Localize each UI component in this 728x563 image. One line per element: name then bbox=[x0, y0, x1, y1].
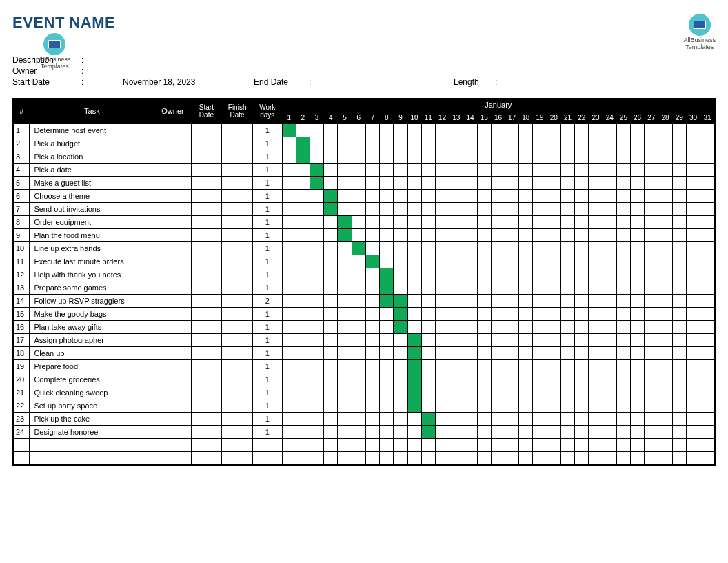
cell-num[interactable]: 1 bbox=[14, 124, 30, 137]
table-row[interactable]: 21Quick cleaning sweep1 bbox=[14, 386, 715, 399]
gantt-cell[interactable] bbox=[380, 124, 394, 137]
gantt-cell[interactable] bbox=[672, 425, 686, 438]
gantt-cell[interactable] bbox=[352, 137, 365, 150]
gantt-cell[interactable] bbox=[352, 281, 365, 294]
gantt-cell[interactable] bbox=[477, 215, 491, 228]
cell-task[interactable]: Plan take away gifts bbox=[30, 320, 154, 333]
gantt-cell[interactable] bbox=[435, 451, 449, 464]
gantt-cell[interactable] bbox=[477, 281, 491, 294]
gantt-cell[interactable] bbox=[645, 255, 658, 268]
gantt-cell[interactable] bbox=[477, 425, 491, 438]
gantt-cell[interactable] bbox=[547, 150, 560, 163]
gantt-cell[interactable] bbox=[547, 294, 560, 307]
gantt-cell[interactable] bbox=[352, 333, 365, 346]
gantt-cell[interactable] bbox=[380, 202, 394, 215]
gantt-cell[interactable] bbox=[380, 451, 394, 464]
gantt-cell[interactable] bbox=[603, 399, 616, 412]
gantt-cell[interactable] bbox=[575, 163, 589, 176]
gantt-cell[interactable] bbox=[421, 294, 435, 307]
gantt-cell[interactable] bbox=[296, 268, 310, 281]
gantt-cell[interactable] bbox=[463, 202, 477, 215]
gantt-cell[interactable] bbox=[658, 294, 672, 307]
gantt-cell[interactable] bbox=[505, 255, 519, 268]
gantt-cell[interactable] bbox=[449, 412, 463, 425]
gantt-cell[interactable] bbox=[547, 333, 560, 346]
gantt-cell[interactable] bbox=[505, 163, 519, 176]
gantt-cell[interactable] bbox=[560, 359, 574, 373]
gantt-cell[interactable] bbox=[338, 163, 352, 176]
gantt-cell[interactable] bbox=[394, 333, 407, 346]
gantt-cell[interactable] bbox=[616, 137, 630, 150]
cell-finish[interactable] bbox=[222, 399, 253, 412]
gantt-cell[interactable] bbox=[575, 359, 589, 373]
gantt-cell[interactable] bbox=[449, 307, 463, 320]
gantt-cell[interactable] bbox=[407, 163, 421, 176]
table-row[interactable]: 7Send out invitations1 bbox=[14, 202, 715, 215]
cell-task[interactable]: Quick cleaning sweep bbox=[30, 386, 154, 399]
gantt-cell[interactable] bbox=[310, 202, 323, 215]
gantt-cell[interactable] bbox=[560, 189, 574, 202]
gantt-cell[interactable] bbox=[533, 373, 547, 386]
gantt-cell[interactable] bbox=[421, 150, 435, 163]
gantt-cell[interactable] bbox=[658, 346, 672, 359]
gantt-cell[interactable] bbox=[616, 425, 630, 438]
cell-start[interactable] bbox=[191, 124, 222, 137]
gantt-cell[interactable] bbox=[380, 176, 394, 189]
gantt-cell[interactable] bbox=[338, 346, 352, 359]
gantt-cell[interactable] bbox=[519, 438, 533, 451]
gantt-cell[interactable] bbox=[365, 281, 379, 294]
gantt-cell[interactable] bbox=[449, 451, 463, 464]
gantt-cell[interactable] bbox=[324, 163, 338, 176]
gantt-cell[interactable] bbox=[560, 255, 574, 268]
gantt-cell[interactable] bbox=[477, 255, 491, 268]
gantt-cell[interactable] bbox=[686, 281, 700, 294]
gantt-cell[interactable] bbox=[491, 137, 505, 150]
gantt-cell[interactable] bbox=[519, 137, 533, 150]
gantt-cell[interactable] bbox=[631, 124, 645, 137]
gantt-cell[interactable] bbox=[686, 189, 700, 202]
gantt-cell[interactable] bbox=[533, 333, 547, 346]
gantt-cell[interactable] bbox=[477, 150, 491, 163]
gantt-cell[interactable] bbox=[421, 124, 435, 137]
gantt-cell[interactable] bbox=[310, 241, 323, 255]
gantt-cell[interactable] bbox=[589, 359, 603, 373]
gantt-cell[interactable] bbox=[700, 320, 715, 333]
cell-owner[interactable] bbox=[154, 281, 191, 294]
table-row[interactable]: 11Execute last minute orders1 bbox=[14, 255, 715, 268]
gantt-cell[interactable] bbox=[533, 202, 547, 215]
gantt-cell[interactable] bbox=[421, 255, 435, 268]
gantt-cell[interactable] bbox=[589, 294, 603, 307]
gantt-cell[interactable] bbox=[547, 255, 560, 268]
gantt-cell[interactable] bbox=[310, 386, 323, 399]
gantt-cell[interactable] bbox=[700, 163, 715, 176]
cell-finish[interactable] bbox=[222, 386, 253, 399]
gantt-cell[interactable] bbox=[603, 163, 616, 176]
cell-task[interactable]: Prepare some games bbox=[30, 281, 154, 294]
gantt-cell[interactable] bbox=[407, 228, 421, 241]
gantt-cell[interactable] bbox=[477, 412, 491, 425]
gantt-cell[interactable] bbox=[352, 451, 365, 464]
gantt-cell[interactable] bbox=[394, 425, 407, 438]
gantt-cell[interactable] bbox=[519, 241, 533, 255]
gantt-cell[interactable] bbox=[575, 268, 589, 281]
gantt-cell[interactable] bbox=[324, 359, 338, 373]
gantt-cell[interactable] bbox=[282, 451, 296, 464]
gantt-cell[interactable] bbox=[519, 346, 533, 359]
gantt-cell[interactable] bbox=[407, 241, 421, 255]
cell-finish[interactable] bbox=[222, 228, 253, 241]
cell-task[interactable]: Make a guest list bbox=[30, 176, 154, 189]
gantt-cell[interactable] bbox=[407, 150, 421, 163]
gantt-cell[interactable] bbox=[282, 202, 296, 215]
gantt-cell[interactable] bbox=[519, 163, 533, 176]
gantt-cell[interactable] bbox=[394, 399, 407, 412]
gantt-cell[interactable] bbox=[686, 320, 700, 333]
gantt-cell[interactable] bbox=[421, 268, 435, 281]
gantt-cell[interactable] bbox=[645, 333, 658, 346]
gantt-cell[interactable] bbox=[686, 228, 700, 241]
gantt-cell[interactable] bbox=[296, 333, 310, 346]
cell-finish[interactable] bbox=[222, 438, 253, 451]
cell-start[interactable] bbox=[191, 202, 222, 215]
gantt-cell[interactable] bbox=[631, 255, 645, 268]
gantt-cell[interactable] bbox=[672, 281, 686, 294]
gantt-cell[interactable] bbox=[421, 425, 435, 438]
